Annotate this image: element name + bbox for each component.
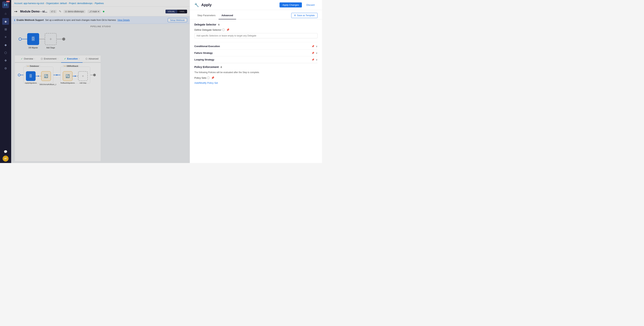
pin-icon[interactable]: 📌 xyxy=(226,28,230,31)
failure-caret[interactable]: ∨ xyxy=(316,52,318,54)
policy-enforcement-header: Policy Enforcement ∧ xyxy=(194,65,318,68)
conditional-execution-row[interactable]: Conditional Execution 📌 ∨ xyxy=(194,43,318,50)
discard-button[interactable]: Discard xyxy=(303,2,318,7)
delegate-selector-header: Delegate Selector ∧ xyxy=(194,23,318,26)
delegate-selector-title: Delegate Selector xyxy=(194,23,216,26)
policy-pin-icon[interactable]: 📌 xyxy=(211,76,214,79)
looping-strategy-title: Looping Strategy xyxy=(194,58,310,61)
failure-strategy-title: Failure Strategy xyxy=(194,51,310,54)
delegate-selector-input[interactable] xyxy=(194,33,318,38)
delegate-chevron-up[interactable]: ∧ xyxy=(218,23,220,26)
apply-changes-button[interactable]: Apply Changes xyxy=(280,2,302,7)
policy-sets-label: Policy Sets i xyxy=(194,76,210,79)
avatar[interactable]: AT xyxy=(2,156,8,162)
policy-chevron-up[interactable]: ∧ xyxy=(220,65,222,68)
delegate-selector-section: Delegate Selector ∧ Define Delegate Sele… xyxy=(194,23,318,38)
looping-pin-icon[interactable]: 📌 xyxy=(312,58,314,61)
policy-sets-text: Policy Sets xyxy=(194,76,206,79)
save-template-icon: ⬆ xyxy=(294,14,296,17)
right-panel-wrapper: 🔧 Apply Apply Changes Discard Step Param… xyxy=(190,0,322,163)
sidebar-item-community[interactable]: 💬 xyxy=(2,148,9,155)
conditional-caret[interactable]: ∨ xyxy=(316,45,318,48)
sidebar-item-home[interactable]: ⌂ xyxy=(2,10,9,17)
looping-strategy-row[interactable]: Looping Strategy 📌 ∨ xyxy=(194,56,318,63)
delegate-field-row: Define Delegate Selector i 📌 xyxy=(194,28,318,31)
sidebar-item-services[interactable]: ◆ xyxy=(2,41,9,48)
apply-icon: 🔧 xyxy=(194,3,199,7)
failure-strategy-row[interactable]: Failure Strategy 📌 ∨ xyxy=(194,50,318,56)
looping-caret[interactable]: ∨ xyxy=(316,58,318,61)
conditional-execution-title: Conditional Execution xyxy=(194,45,310,48)
sidebar-item-settings[interactable]: ⚙ xyxy=(2,65,9,72)
main-content: Account: app-harness-ng-cicd › Organizat… xyxy=(11,0,190,163)
right-panel: 🔧 Apply Apply Changes Discard Step Param… xyxy=(190,0,322,163)
add-modify-policy-link[interactable]: Add/Modify Policy Set xyxy=(194,81,218,84)
failure-pin-icon[interactable]: 📌 xyxy=(312,52,314,54)
delegate-label-text: Define Delegate Selector xyxy=(194,28,222,31)
policy-info-icon[interactable]: i xyxy=(207,76,210,79)
panel-header: 🔧 Apply Apply Changes Discard xyxy=(190,0,322,10)
delegate-field-label: Define Delegate Selector i xyxy=(194,28,225,31)
policy-enforcement-title: Policy Enforcement xyxy=(194,65,219,68)
tab-advanced[interactable]: Advanced xyxy=(218,12,236,19)
sidebar-item-deployments[interactable]: ⊞ xyxy=(2,26,9,32)
save-template-button[interactable]: ⬆ Save as Template xyxy=(291,13,318,18)
tab-step-parameters[interactable]: Step Parameters xyxy=(194,12,218,19)
app-logo[interactable] xyxy=(2,1,9,8)
info-icon[interactable]: i xyxy=(222,28,225,31)
divider-1 xyxy=(194,42,318,42)
dimmed-overlay xyxy=(11,0,190,163)
save-template-label: Save as Template xyxy=(297,14,315,17)
policy-description: The following Policies will be evaluated… xyxy=(194,71,318,74)
policy-enforcement-section: Policy Enforcement ∧ The following Polic… xyxy=(194,65,318,84)
panel-title: Apply xyxy=(201,3,212,7)
panel-tabs: Step Parameters Advanced ⬆ Save as Templ… xyxy=(190,10,322,19)
panel-header-actions: Apply Changes Discard xyxy=(280,2,318,7)
sidebar: ⌂ ◈ ⊞ ≡ ◆ ⬡ ❖ ⚙ 💬 AT xyxy=(0,0,11,163)
policy-sets-row: Policy Sets i 📌 xyxy=(194,76,318,79)
conditional-pin-icon[interactable]: 📌 xyxy=(312,45,314,48)
panel-content: Delegate Selector ∧ Define Delegate Sele… xyxy=(190,19,322,163)
sidebar-item-reports[interactable]: ≡ xyxy=(2,34,9,40)
sidebar-item-environments[interactable]: ⬡ xyxy=(2,49,9,56)
sidebar-item-pipelines[interactable]: ◈ xyxy=(2,18,9,25)
sidebar-item-delegates[interactable]: ❖ xyxy=(2,57,9,64)
